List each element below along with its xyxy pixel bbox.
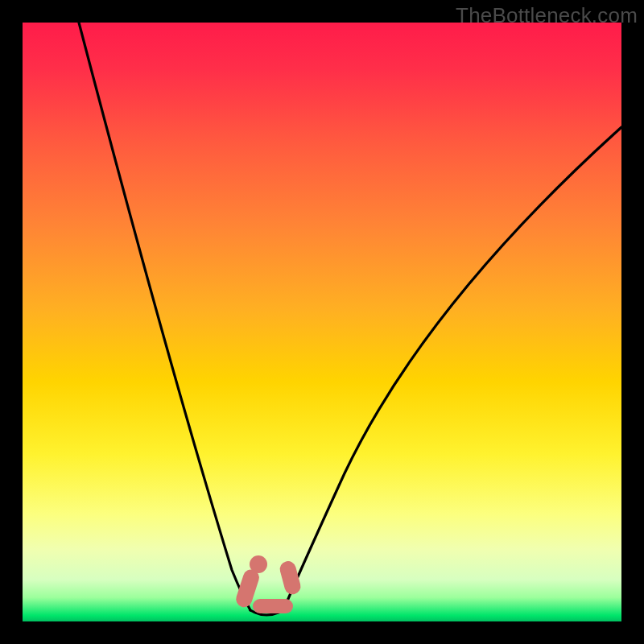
curve-left-branch [79,23,250,610]
marker-bottom-bar [253,599,293,613]
curve-right-branch [283,127,621,610]
bottleneck-curve [23,23,621,621]
chart-area [23,23,621,621]
